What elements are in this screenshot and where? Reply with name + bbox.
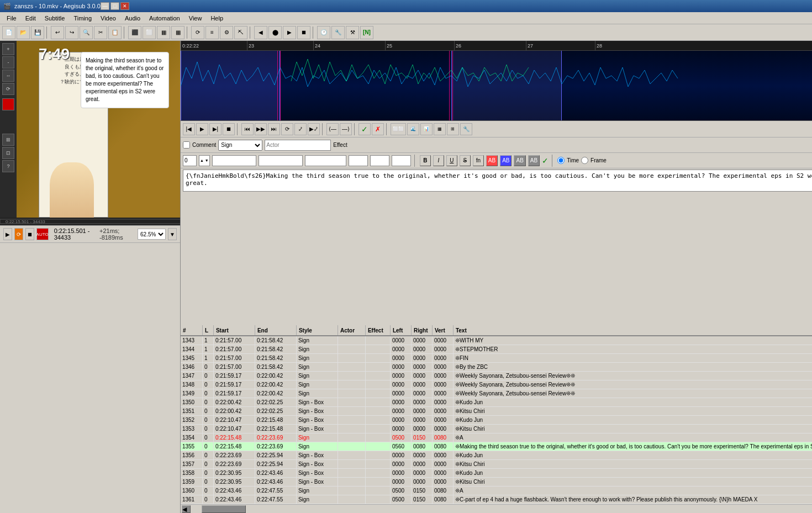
margin-right[interactable]: 70 [370, 155, 389, 166]
vt-tool2[interactable]: ⊞ [2, 134, 14, 146]
cut-button[interactable]: ✂ [94, 26, 107, 39]
table-row[interactable]: 134700:21:59.170:22:00.42Sign00000000000… [181, 372, 812, 380]
comment-checkbox[interactable] [183, 141, 190, 149]
waveform-panel[interactable]: 0:22:22 23 24 25 26 27 28 [181, 41, 812, 121]
tool12[interactable]: ⏹ [297, 26, 310, 39]
tc-view4[interactable]: ▦ [434, 123, 446, 135]
tc-commit[interactable]: ✓ [358, 123, 371, 135]
spin-down[interactable]: ▼ [204, 158, 209, 162]
scroll-left[interactable]: ◀ [182, 505, 191, 513]
table-row[interactable]: 135000:22:00.420:22:02.25Sign - Box00000… [181, 398, 812, 407]
close-button[interactable]: ✕ [120, 2, 129, 10]
tc-play2[interactable]: ▶▶ [255, 123, 267, 135]
tool2[interactable]: ⬜ [143, 26, 156, 39]
stop-button[interactable]: ⏹ [25, 228, 34, 240]
start-time[interactable]: 0:22:15.48 [212, 155, 256, 166]
table-row[interactable]: 135500:22:15.480:22:23.69Sign05600080008… [181, 442, 812, 451]
tool8[interactable]: ⛏ [234, 26, 247, 39]
table-row[interactable]: 135200:22:10.470:22:15.48Sign - Box00000… [181, 416, 812, 425]
undo-button[interactable]: ↩ [51, 26, 64, 39]
zoom-down[interactable]: ▼ [168, 228, 177, 240]
tool7[interactable]: ⚙ [220, 26, 233, 39]
commit-check[interactable]: ✓ [542, 156, 549, 165]
table-row[interactable]: 134310:21:57.000:21:58.42Sign00000000000… [181, 336, 812, 345]
tc-play-sel[interactable]: ▶⤦ [308, 123, 320, 135]
col-header-left[interactable]: Left [391, 325, 412, 335]
bold-button[interactable]: B [420, 155, 431, 166]
minimize-button[interactable]: — [101, 2, 109, 10]
tc-prev[interactable]: ⏮ [241, 123, 254, 135]
color4-button[interactable]: AB [528, 155, 540, 166]
end-time[interactable]: 0:22:23.69 [259, 155, 303, 166]
vt-tool4[interactable]: ? [2, 160, 14, 172]
tool4[interactable]: ▦ [171, 26, 184, 39]
bottom-scrollbar[interactable]: ◀ ▶ [181, 504, 812, 513]
list-body[interactable]: 134310:21:57.000:21:58.42Sign00000000000… [181, 336, 812, 504]
margin-vert[interactable]: 80 [392, 155, 411, 166]
col-header-num[interactable]: # [181, 325, 203, 335]
tc-loop[interactable]: ⟳ [281, 123, 293, 135]
spin-up[interactable]: ▲ [199, 158, 204, 162]
tc-to-end[interactable]: ▶| [209, 123, 222, 135]
tool9[interactable]: ◀ [254, 26, 267, 39]
loop-button[interactable]: ⟳ [14, 228, 23, 240]
menu-help[interactable]: Help [206, 14, 228, 23]
tc-in-point[interactable]: ⟨— [326, 123, 339, 135]
menu-subtitle[interactable]: Subtitle [40, 14, 70, 23]
vt-move[interactable]: ↔ [2, 70, 14, 82]
vt-tool3[interactable]: ⊡ [2, 147, 14, 159]
menu-video[interactable]: Video [96, 14, 120, 23]
strikethrough-button[interactable]: S [460, 155, 471, 166]
menu-view[interactable]: View [184, 14, 207, 23]
table-row[interactable]: 135300:22:10.470:22:15.48Sign - Box00000… [181, 425, 812, 433]
actor-input[interactable] [265, 140, 331, 151]
table-row[interactable]: 135400:22:15.480:22:23.69Sign05000150008… [181, 433, 812, 442]
style-select[interactable]: Sign Sign - Box [218, 140, 262, 151]
redo-button[interactable]: ↪ [65, 26, 78, 39]
waveform-canvas[interactable] [181, 51, 812, 121]
col-header-vert[interactable]: Vert [433, 325, 454, 335]
menu-automation[interactable]: Automation [145, 14, 184, 23]
tool11[interactable]: ▶ [283, 26, 296, 39]
table-row[interactable]: 136000:22:43.460:22:47.55Sign05000150008… [181, 486, 812, 495]
table-row[interactable]: 134600:21:57.000:21:58.42Sign00000000000… [181, 363, 812, 372]
play-button[interactable]: ▶ [3, 228, 12, 240]
col-header-style[interactable]: Style [297, 325, 338, 335]
menu-file[interactable]: File [2, 14, 21, 23]
color3-button[interactable]: AB [514, 155, 525, 166]
tool14[interactable]: 🔧 [331, 26, 345, 39]
vt-red-btn[interactable] [2, 98, 14, 110]
table-row[interactable]: 134510:21:57.000:21:58.42Sign00000000000… [181, 354, 812, 363]
italic-button[interactable]: I [433, 155, 444, 166]
scroll-thumb-h[interactable] [202, 505, 246, 513]
tc-next[interactable]: ⏭ [268, 123, 280, 135]
tool15[interactable]: ⚒ [346, 26, 359, 39]
text-editor[interactable]: {\fnJanieHmkBold\fs26}Making the third s… [183, 170, 812, 192]
tc-out-point[interactable]: —⟩ [340, 123, 352, 135]
table-row[interactable]: 134410:21:57.000:21:58.42Sign00000000000… [181, 345, 812, 354]
tc-view5[interactable]: ⊞ [447, 123, 459, 135]
table-row[interactable]: 135100:22:00.420:22:02.25Sign - Box00000… [181, 407, 812, 416]
col-header-start[interactable]: Start [214, 325, 255, 335]
tool13[interactable]: 🕐 [317, 26, 330, 39]
tc-view2[interactable]: 🌊 [407, 123, 419, 135]
line-number[interactable] [183, 155, 197, 166]
zoom-select[interactable]: 62.5% 100% 150% 200% [138, 229, 166, 240]
maximize-button[interactable]: □ [110, 2, 119, 10]
duration[interactable]: 0:00:08.21 [305, 155, 346, 166]
new-button[interactable]: 📄 [2, 26, 15, 39]
color1-button[interactable]: AB [486, 155, 498, 166]
tool1[interactable]: ⬛ [128, 26, 141, 39]
tool5[interactable]: ⟳ [191, 26, 204, 39]
underline-button[interactable]: U [446, 155, 457, 166]
find-button[interactable]: 🔍 [80, 26, 93, 39]
tc-view1[interactable]: ⬜⬜ [391, 123, 406, 135]
tc-view3[interactable]: 📊 [420, 123, 433, 135]
fn-button[interactable]: fn [473, 155, 484, 166]
col-header-end[interactable]: End [255, 325, 297, 335]
col-header-actor[interactable]: Actor [338, 325, 366, 335]
save-button[interactable]: 💾 [31, 26, 44, 39]
tool6[interactable]: ≡ [205, 26, 219, 39]
tool3[interactable]: ▦ [157, 26, 170, 39]
open-button[interactable]: 📂 [17, 26, 30, 39]
